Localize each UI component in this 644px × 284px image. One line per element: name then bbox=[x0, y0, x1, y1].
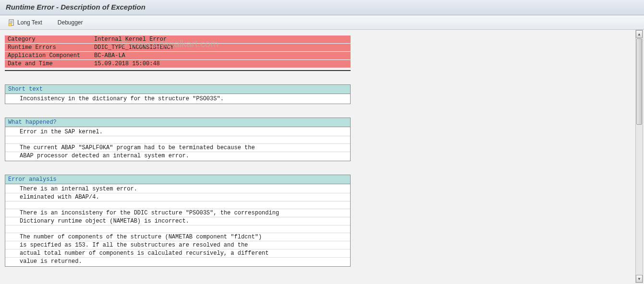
chevron-down-icon: ▼ bbox=[637, 277, 641, 281]
header-label: Category bbox=[5, 36, 91, 44]
document-icon bbox=[8, 19, 15, 26]
section-title: Error analysis bbox=[5, 175, 350, 184]
header-label: Runtime Errors bbox=[5, 44, 91, 52]
section-line: There is an inconsisteny for the DDIC st… bbox=[5, 209, 350, 217]
section-line: is specified as 153. If all the substruc… bbox=[5, 241, 350, 249]
divider bbox=[5, 70, 351, 71]
section-line: Error in the SAP kernel. bbox=[5, 128, 350, 136]
section-line: There is an internal system error. bbox=[5, 185, 350, 193]
section-line bbox=[5, 225, 350, 233]
section-what-happened: What happened? Error in the SAP kernel. … bbox=[5, 118, 351, 161]
table-row: Application Component BC-ABA-LA bbox=[5, 52, 351, 60]
section-line: actual total number of components is cal… bbox=[5, 249, 350, 258]
longtext-label: Long Text bbox=[17, 19, 42, 26]
section-line: eliminated with ABAP/4. bbox=[5, 193, 350, 201]
section-title: What happened? bbox=[5, 118, 350, 127]
section-line: The current ABAP "SAPLF0KA" program had … bbox=[5, 144, 350, 152]
toolbar: Long Text Debugger bbox=[0, 15, 644, 30]
section-line: ABAP processor detected an internal syst… bbox=[5, 152, 350, 160]
section-line: value is returned. bbox=[5, 258, 350, 265]
section-error-analysis: Error analysis There is an internal syst… bbox=[5, 175, 351, 267]
svg-rect-4 bbox=[9, 24, 12, 26]
error-header-table: Category Internal Kernel Error Runtime E… bbox=[5, 36, 351, 68]
chevron-up-icon: ▲ bbox=[637, 32, 641, 36]
section-body: Inconsistency in the dictionary for the … bbox=[5, 94, 350, 104]
header-label: Application Component bbox=[5, 52, 91, 60]
longtext-button[interactable]: Long Text bbox=[5, 18, 45, 27]
section-line: Inconsistency in the dictionary for the … bbox=[5, 95, 350, 103]
header-value: DDIC_TYPE_INCONSISTENCY bbox=[91, 44, 351, 52]
scrollbar-thumb[interactable] bbox=[636, 38, 642, 125]
header-label: Date and Time bbox=[5, 60, 91, 68]
scroll-up-button[interactable]: ▲ bbox=[636, 30, 643, 38]
header-value: Internal Kernel Error bbox=[91, 36, 351, 44]
section-title: Short text bbox=[5, 85, 350, 94]
section-line bbox=[5, 201, 350, 209]
scroll-down-button[interactable]: ▼ bbox=[636, 275, 643, 283]
section-line: The number of components of the structur… bbox=[5, 233, 350, 241]
header-value: 15.09.2018 15:00:48 bbox=[91, 60, 351, 68]
header-value: BC-ABA-LA bbox=[91, 52, 351, 60]
content-area: © www.tutorialkart.com Category Internal… bbox=[0, 30, 644, 284]
table-row: Date and Time 15.09.2018 15:00:48 bbox=[5, 60, 351, 68]
vertical-scrollbar[interactable]: ▲ ▼ bbox=[635, 30, 643, 283]
section-line: Dictionary runtime object (NAMETAB) is i… bbox=[5, 217, 350, 225]
section-body: There is an internal system error. elimi… bbox=[5, 184, 350, 266]
section-line bbox=[5, 136, 350, 144]
table-row: Category Internal Kernel Error bbox=[5, 36, 351, 44]
section-short-text: Short text Inconsistency in the dictiona… bbox=[5, 84, 351, 104]
page-title: Runtime Error - Description of Exception bbox=[6, 3, 146, 11]
section-body: Error in the SAP kernel. The current ABA… bbox=[5, 127, 350, 161]
debugger-button[interactable]: Debugger bbox=[55, 18, 86, 27]
debugger-label: Debugger bbox=[58, 19, 83, 26]
table-row: Runtime Errors DDIC_TYPE_INCONSISTENCY bbox=[5, 44, 351, 52]
title-bar: Runtime Error - Description of Exception bbox=[0, 0, 644, 15]
